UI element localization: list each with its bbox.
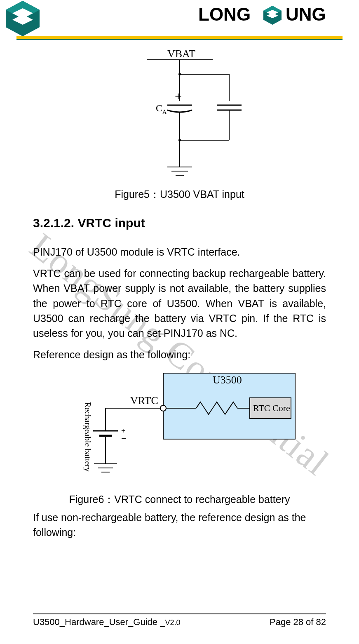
figure6-caption: Figure6：VRTC connect to rechargeable bat… [33, 492, 326, 507]
battery-minus: − [121, 433, 126, 444]
paragraph-nonrechargeable: If use non-rechargeable battery, the ref… [33, 510, 326, 540]
vrtc-label: VRTC [130, 395, 158, 407]
brand-logo-left-icon [4, 0, 41, 39]
u3500-box-label: U3500 [213, 374, 242, 386]
rechargeable-battery-label: Rechargeable battery [83, 402, 92, 472]
page-header: LONG UNG [0, 0, 359, 39]
ca-plus: + [175, 89, 182, 103]
brand-text-right: UNG [286, 4, 326, 24]
section-heading-vrtc: 3.2.1.2. VRTC input [33, 214, 326, 232]
page: LONG UNG LongSung Confidential VBAT [0, 0, 359, 644]
brand-text-left: LONG [198, 4, 251, 24]
paragraph-pinj170: PINJ170 of U3500 module is VRTC interfac… [33, 244, 326, 259]
brand-wordmark: LONG UNG [198, 3, 343, 28]
header-rule [0, 36, 343, 39]
paragraph-vrtc-desc: VRTC can be used for connecting backup r… [33, 266, 326, 341]
paragraph-reference: Reference design as the following: [33, 347, 326, 362]
footer-doc: U3500_Hardware_User_Guide _V2.0 [33, 617, 180, 628]
figure5-diagram: VBAT + CA [118, 47, 242, 183]
brand-cube-icon [263, 6, 282, 25]
page-content: VBAT + CA [33, 47, 326, 599]
rtc-core-label: RTC Core [253, 403, 290, 413]
vbat-label: VBAT [167, 48, 195, 60]
figure6-diagram: U3500 RTC Core VRTC + [60, 369, 299, 489]
ca-label: CA [156, 103, 167, 115]
figure5-caption: Figure5：U3500 VBAT input [33, 187, 326, 202]
page-footer: U3500_Hardware_User_Guide _V2.0 Page 28 … [33, 613, 326, 628]
footer-page-number: Page 28 of 82 [270, 617, 326, 628]
svg-point-23 [160, 405, 166, 411]
